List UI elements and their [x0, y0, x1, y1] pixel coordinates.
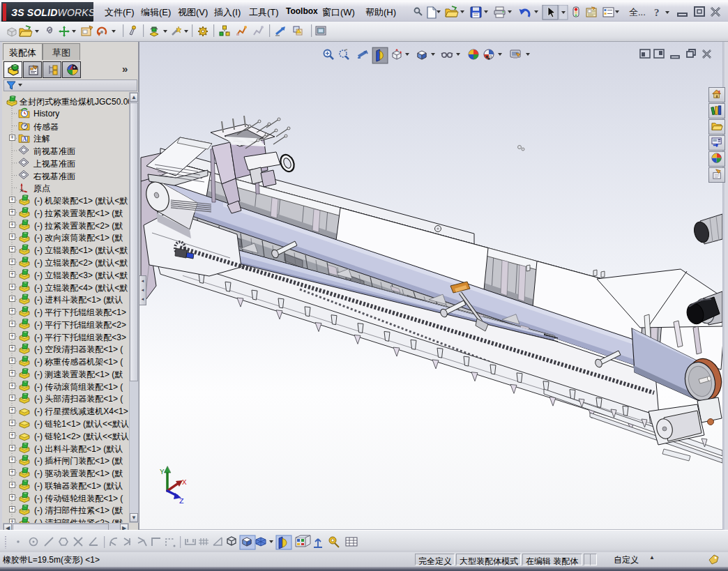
svg-text:Z: Z [179, 497, 184, 505]
svg-text:Y: Y [160, 468, 165, 476]
svg-text:全...: 全... [629, 7, 646, 17]
svg-text:?: ? [654, 7, 660, 18]
svg-text:A: A [22, 137, 26, 143]
svg-text:X: X [182, 478, 187, 487]
